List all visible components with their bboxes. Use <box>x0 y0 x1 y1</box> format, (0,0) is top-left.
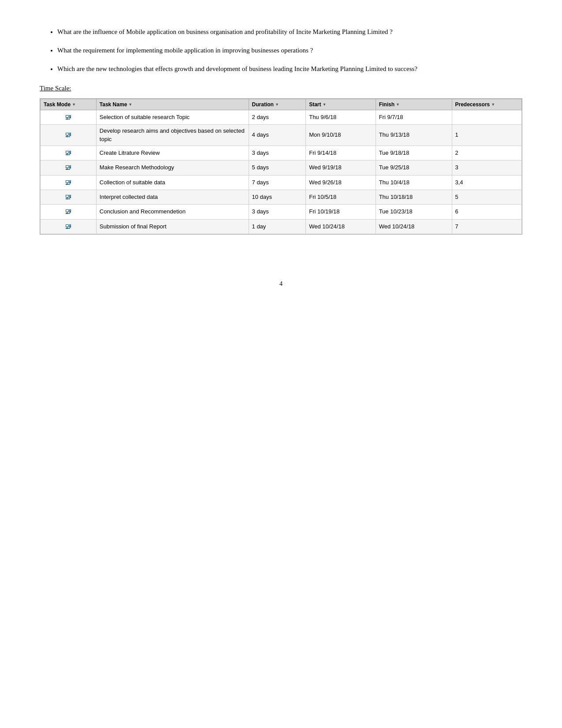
task-mode-icon: 🖳 <box>65 149 72 157</box>
cell-predecessors <box>452 110 522 125</box>
cell-finish: Thu 9/13/18 <box>376 125 452 146</box>
cell-mode: 🖳 <box>41 161 97 175</box>
cell-predecessors: 1 <box>452 125 522 146</box>
cell-name: Selection of suitable research Topic <box>96 110 249 125</box>
task-table-wrapper: Task Mode ▼Task Name ▼Duration ▼Start ▼F… <box>40 98 522 235</box>
task-mode-icon: 🖳 <box>65 131 72 138</box>
cell-finish: Thu 10/4/18 <box>376 175 452 190</box>
task-mode-icon: 🖳 <box>65 113 72 121</box>
cell-start: Thu 9/6/18 <box>306 110 376 125</box>
cell-mode: 🖳 <box>41 146 97 160</box>
table-row: 🖳Develop research aims and objectives ba… <box>41 125 522 146</box>
table-col-header-finish[interactable]: Finish ▼ <box>376 99 452 110</box>
cell-mode: 🖳 <box>41 190 97 204</box>
table-row: 🖳Selection of suitable research Topic2 d… <box>41 110 522 125</box>
table-row: 🖳Make Research Methodology5 daysWed 9/19… <box>41 161 522 175</box>
cell-name: Create Litrature Review <box>96 146 249 160</box>
table-col-header-start[interactable]: Start ▼ <box>306 99 376 110</box>
cell-name: Make Research Methodology <box>96 161 249 175</box>
cell-start: Fri 10/19/18 <box>306 205 376 219</box>
table-col-header-name[interactable]: Task Name ▼ <box>96 99 249 110</box>
cell-mode: 🖳 <box>41 205 97 219</box>
cell-duration: 4 days <box>249 125 306 146</box>
cell-duration: 1 day <box>249 219 306 234</box>
task-mode-icon: 🖳 <box>65 208 72 215</box>
cell-start: Fri 10/5/18 <box>306 190 376 204</box>
cell-start: Wed 10/24/18 <box>306 219 376 234</box>
table-header: Task Mode ▼Task Name ▼Duration ▼Start ▼F… <box>41 99 522 110</box>
cell-predecessors: 6 <box>452 205 522 219</box>
cell-predecessors: 3 <box>452 161 522 175</box>
cell-mode: 🖳 <box>41 125 97 146</box>
task-mode-icon: 🖳 <box>65 164 72 171</box>
cell-duration: 7 days <box>249 175 306 190</box>
cell-name: Conclusion and Recommendetion <box>96 205 249 219</box>
cell-name: Submission of final Report <box>96 219 249 234</box>
table-col-header-predecessors[interactable]: Predecessors ▼ <box>452 99 522 110</box>
cell-duration: 3 days <box>249 205 306 219</box>
cell-finish: Tue 9/18/18 <box>376 146 452 160</box>
cell-name: Collection of suitable data <box>96 175 249 190</box>
cell-start: Mon 9/10/18 <box>306 125 376 146</box>
table-row: 🖳Collection of suitable data7 daysWed 9/… <box>41 175 522 190</box>
task-mode-icon: 🖳 <box>65 193 72 201</box>
cell-start: Fri 9/14/18 <box>306 146 376 160</box>
cell-start: Wed 9/19/18 <box>306 161 376 175</box>
cell-duration: 2 days <box>249 110 306 125</box>
cell-name: Interpret collected data <box>96 190 249 204</box>
table-row: 🖳Create Litrature Review3 daysFri 9/14/1… <box>41 146 522 160</box>
bullet-item: What are the influence of Mobile applica… <box>57 26 522 37</box>
task-table: Task Mode ▼Task Name ▼Duration ▼Start ▼F… <box>40 99 522 234</box>
cell-finish: Tue 10/23/18 <box>376 205 452 219</box>
section-heading: Time Scale: <box>40 85 522 92</box>
cell-duration: 10 days <box>249 190 306 204</box>
cell-mode: 🖳 <box>41 175 97 190</box>
cell-predecessors: 7 <box>452 219 522 234</box>
bullet-item: Which are the new technologies that effe… <box>57 63 522 74</box>
cell-finish: Wed 10/24/18 <box>376 219 452 234</box>
bullet-item: What the requirement for implementing mo… <box>57 45 522 56</box>
table-row: 🖳Interpret collected data10 daysFri 10/5… <box>41 190 522 204</box>
task-mode-icon: 🖳 <box>65 223 72 230</box>
cell-mode: 🖳 <box>41 219 97 234</box>
cell-finish: Fri 9/7/18 <box>376 110 452 125</box>
page-number: 4 <box>40 280 522 287</box>
cell-finish: Tue 9/25/18 <box>376 161 452 175</box>
cell-mode: 🖳 <box>41 110 97 125</box>
table-col-header-mode[interactable]: Task Mode ▼ <box>41 99 97 110</box>
bullet-list: What are the influence of Mobile applica… <box>57 26 522 74</box>
task-mode-icon: 🖳 <box>65 179 72 186</box>
table-body: 🖳Selection of suitable research Topic2 d… <box>41 110 522 234</box>
cell-duration: 5 days <box>249 161 306 175</box>
cell-predecessors: 3,4 <box>452 175 522 190</box>
cell-name: Develop research aims and objectives bas… <box>96 125 249 146</box>
table-row: 🖳Submission of final Report1 dayWed 10/2… <box>41 219 522 234</box>
table-row: 🖳Conclusion and Recommendetion3 daysFri … <box>41 205 522 219</box>
cell-predecessors: 2 <box>452 146 522 160</box>
cell-duration: 3 days <box>249 146 306 160</box>
cell-finish: Thu 10/18/18 <box>376 190 452 204</box>
table-col-header-duration[interactable]: Duration ▼ <box>249 99 306 110</box>
cell-predecessors: 5 <box>452 190 522 204</box>
cell-start: Wed 9/26/18 <box>306 175 376 190</box>
